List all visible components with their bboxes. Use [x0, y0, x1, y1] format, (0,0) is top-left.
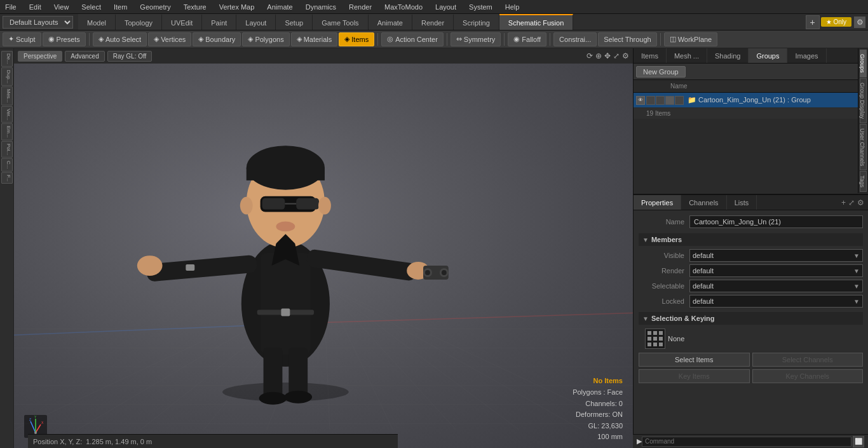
key-items-button[interactable]: Key Items [639, 369, 750, 383]
vertices-button[interactable]: ◈ Vertices [148, 32, 191, 46]
items-button[interactable]: ◈ Items [339, 32, 374, 46]
tab-layout[interactable]: Layout [236, 14, 276, 30]
list-item[interactable]: 👁 📁 Cartoon_Kim_Jong_Un (21) : Group [634, 93, 868, 108]
menu-dynamics[interactable]: Dynamics [303, 2, 339, 12]
viewport-toolbar: Perspective Advanced Ray GL: Off ⟳ ⊕ ✥ ⤢… [14, 48, 633, 64]
item-visibility-toggle[interactable]: 👁 [636, 96, 645, 105]
list-subitem[interactable]: 19 Items [634, 108, 868, 119]
new-group-button[interactable]: New Group [636, 66, 686, 78]
tab-schematic-fusion[interactable]: Schematic Fusion [499, 14, 573, 30]
vtab-user-channels[interactable]: User Channels [860, 124, 867, 171]
tab-mesh[interactable]: Mesh ... [667, 48, 707, 63]
viewport-settings-icon[interactable]: ⚙ [622, 51, 629, 60]
command-input[interactable] [642, 437, 851, 447]
menu-file[interactable]: File [3, 2, 19, 12]
tab-images[interactable]: Images [787, 48, 826, 63]
sidebar-btn-c[interactable]: C... [1, 158, 13, 171]
viewport-tab-raygl[interactable]: Ray GL: Off [107, 51, 153, 62]
separator-5 [550, 33, 550, 46]
select-items-button[interactable]: Select Items [639, 353, 750, 367]
menu-geometry[interactable]: Geometry [137, 2, 173, 12]
menu-vertexmap[interactable]: Vertex Map [217, 2, 257, 12]
tab-model[interactable]: Model [78, 14, 116, 30]
polygons-button[interactable]: ◈ Polygons [242, 32, 289, 46]
render-dropdown[interactable]: default ▼ [689, 264, 863, 277]
prop-tab-properties[interactable]: Properties [634, 195, 681, 210]
viewport-tab-perspective[interactable]: Perspective [18, 51, 62, 62]
members-section-header[interactable]: ▼ Members [639, 233, 863, 246]
render-dropdown-arrow: ▼ [853, 268, 860, 275]
add-layout-tab-button[interactable]: + [806, 15, 820, 29]
sidebar-btn-de[interactable]: De... [1, 51, 13, 67]
select-through-button[interactable]: Select Through [598, 32, 656, 46]
name-input[interactable] [689, 215, 863, 228]
menu-view[interactable]: View [51, 2, 72, 12]
prop-tab-lists[interactable]: Lists [727, 195, 757, 210]
prop-add-button[interactable]: + [841, 198, 846, 207]
action-center-button[interactable]: ◎ Action Center [381, 32, 444, 46]
tab-groups[interactable]: Groups [749, 48, 787, 63]
svg-rect-22 [264, 348, 283, 398]
menu-help[interactable]: Help [503, 2, 522, 12]
tab-topology[interactable]: Topology [116, 14, 162, 30]
menu-edit[interactable]: Edit [27, 2, 44, 12]
tab-paint[interactable]: Paint [202, 14, 236, 30]
tab-setup[interactable]: Setup [276, 14, 313, 30]
sidebar-btn-dup[interactable]: Dup... [1, 67, 13, 86]
sidebar-btn-pol[interactable]: Pol... [1, 141, 13, 158]
viewport-rotate-icon[interactable]: ⟳ [587, 51, 593, 60]
tab-gametools[interactable]: Game Tools [313, 14, 369, 30]
keying-pattern-icon[interactable] [645, 329, 665, 349]
viewport-tab-advanced[interactable]: Advanced [65, 51, 104, 62]
vtab-groups[interactable]: Groups [860, 50, 867, 78]
select-channels-button[interactable]: Select Channels [752, 353, 864, 367]
falloff-button[interactable]: ◉ Falloff [508, 32, 546, 46]
viewport[interactable]: Perspective Advanced Ray GL: Off ⟳ ⊕ ✥ ⤢… [14, 48, 633, 448]
tab-shading[interactable]: Shading [707, 48, 749, 63]
tab-items[interactable]: Items [634, 48, 667, 63]
viewport-zoom-icon[interactable]: ⊕ [595, 51, 602, 60]
constrain-button[interactable]: Constrai... [553, 32, 597, 46]
settings-button[interactable]: ⚙ [854, 17, 865, 28]
prop-expand-icon[interactable]: ⤢ [848, 198, 855, 207]
items-list[interactable]: 👁 📁 Cartoon_Kim_Jong_Un (21) : Group 19 … [634, 93, 868, 194]
menu-item[interactable]: Item [111, 2, 130, 12]
sidebar-btn-f[interactable]: F... [1, 172, 13, 184]
layout-select[interactable]: Default Layouts [3, 16, 73, 29]
auto-select-button[interactable]: ◈ Auto Select [93, 32, 147, 46]
tab-animate[interactable]: Animate [369, 14, 412, 30]
sculpt-button[interactable]: ✦ Sculpt [3, 32, 41, 46]
menu-layout[interactable]: Layout [433, 2, 459, 12]
workplane-button[interactable]: ◫ WorkPlane [664, 32, 718, 46]
symmetry-button[interactable]: ⇔ Symmetry [451, 32, 501, 46]
tab-uvedit[interactable]: UVEdit [162, 14, 202, 30]
viewport-pan-icon[interactable]: ✥ [604, 51, 611, 60]
star-only-button[interactable]: ★ Only [821, 17, 851, 27]
locked-dropdown[interactable]: default ▼ [689, 295, 863, 308]
selectable-dropdown[interactable]: default ▼ [689, 280, 863, 292]
tab-scripting[interactable]: Scripting [454, 14, 499, 30]
menu-texture[interactable]: Texture [181, 2, 209, 12]
vtab-tags[interactable]: Tags [860, 171, 867, 192]
sidebar-btn-ver[interactable]: Ver... [1, 106, 13, 123]
viewport-expand-icon[interactable]: ⤢ [613, 51, 620, 60]
item-icon-3 [665, 96, 674, 105]
visible-dropdown[interactable]: default ▼ [689, 249, 863, 262]
materials-button[interactable]: ◈ Materials [291, 32, 338, 46]
presets-button[interactable]: ◉ Presets [43, 32, 86, 46]
command-run-button[interactable]: ⬜ [853, 436, 864, 447]
boundary-button[interactable]: ◈ Boundary [193, 32, 241, 46]
key-channels-button[interactable]: Key Channels [752, 369, 864, 383]
prop-tab-channels[interactable]: Channels [681, 195, 726, 210]
menu-system[interactable]: System [466, 2, 495, 12]
menu-render[interactable]: Render [346, 2, 374, 12]
prop-settings-icon[interactable]: ⚙ [857, 198, 864, 207]
menu-select[interactable]: Select [79, 2, 104, 12]
vtab-group-display[interactable]: Group Display [860, 78, 867, 123]
sidebar-btn-em[interactable]: Em... [1, 123, 13, 140]
menu-animate[interactable]: Animate [264, 2, 295, 12]
tab-render[interactable]: Render [412, 14, 454, 30]
keying-section-header[interactable]: ▼ Selection & Keying [639, 312, 863, 325]
menu-maxtomodo[interactable]: MaxToModo [382, 2, 425, 12]
sidebar-btn-mes[interactable]: Mes... [1, 86, 13, 105]
